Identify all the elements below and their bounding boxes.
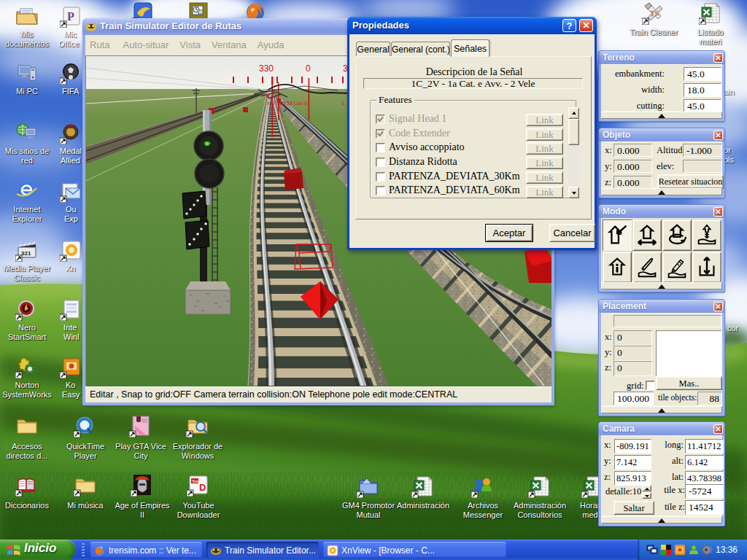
svg-text:330: 330: [259, 63, 274, 74]
svg-text:1: 1: [341, 100, 344, 106]
svg-text:P: P: [67, 10, 74, 23]
svg-text:321: 321: [21, 250, 31, 257]
svg-text:TS: TS: [650, 9, 659, 18]
svg-text:xx7 98939 Lon 0: xx7 98939 Lon 0: [267, 100, 307, 106]
svg-text:D: D: [199, 482, 206, 493]
svg-text:0: 0: [306, 63, 311, 74]
